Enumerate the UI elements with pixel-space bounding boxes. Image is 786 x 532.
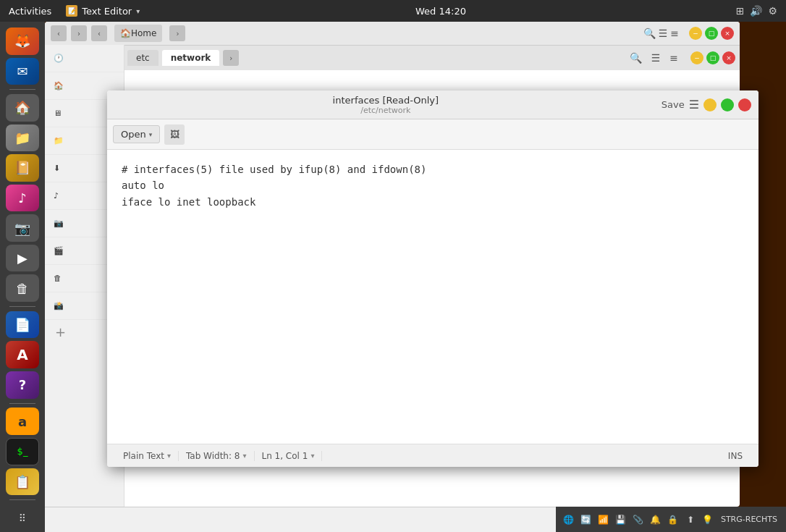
fm-close-button[interactable]: × [721, 27, 734, 40]
camera-icon: 📷 [14, 221, 30, 236]
dock-item-all-apps[interactable]: ⠿ [6, 504, 39, 532]
te-status-position[interactable]: Ln 1, Col 1 ▾ [255, 451, 323, 461]
dock-item-help[interactable]: ? [6, 371, 39, 399]
home-location-icon: 🏠 [120, 28, 131, 38]
te-position-dropdown[interactable]: ▾ [310, 452, 314, 460]
tray-wifi-icon[interactable]: 📶 [596, 512, 611, 527]
te-save-label[interactable]: Save [662, 99, 685, 110]
fm-path-next-button[interactable]: › [223, 50, 239, 66]
te-minimize-button[interactable] [703, 98, 717, 111]
help-icon: ? [19, 377, 26, 392]
fm-next-button[interactable]: › [169, 25, 185, 41]
pictures-icon: 📷 [54, 219, 64, 228]
title-dropdown-arrow[interactable]: ▾ [136, 7, 140, 15]
te-status-plain-text[interactable]: Plain Text ▾ [116, 451, 179, 461]
tray-bell-icon[interactable]: 🔔 [648, 512, 663, 527]
system-tray: 🌐 🔄 📶 💾 📎 🔔 🔒 ⬆ 💡 STRG-RECHTS [556, 507, 786, 532]
fm-location-bar[interactable]: 🏠 Home [114, 25, 162, 42]
dock-item-terminal[interactable]: $_ [6, 438, 39, 465]
te-tab-width-label: Tab Width: 8 [186, 451, 240, 461]
te-maximize-button[interactable] [721, 98, 734, 111]
fm-minimize-button[interactable]: − [689, 27, 702, 40]
tray-sync-icon[interactable]: 🔄 [579, 512, 593, 527]
te-close-button[interactable] [738, 98, 751, 111]
settings-icon[interactable]: ⚙ [768, 5, 777, 17]
video-icon: ▶ [17, 250, 28, 266]
app-title-area: 📝 Text Editor ▾ [60, 0, 145, 22]
thunderbird-icon: ✉ [17, 64, 28, 79]
te-tab-dropdown[interactable]: ▾ [242, 452, 246, 460]
dock-separator-4 [9, 499, 35, 500]
text-editor-titlebar: interfaces [Read-Only] /etc/network Save… [107, 90, 758, 119]
dock-item-notepad[interactable]: 📔 [6, 154, 39, 182]
music-icon: ♪ [18, 190, 27, 206]
fm-path-list-icon[interactable]: ☰ [651, 52, 661, 64]
fm-back-button[interactable]: ‹ [51, 25, 67, 41]
downloads-icon: ⬇ [54, 164, 60, 173]
dock-item-text-editor[interactable]: 📄 [6, 311, 39, 339]
te-image-button[interactable]: 🖼 [164, 124, 185, 145]
fm-view-list-icon[interactable]: ☰ [659, 28, 668, 39]
dock-item-appstore[interactable]: A [6, 341, 39, 368]
dock-item-music[interactable]: ♪ [6, 185, 39, 212]
text-editor-dock-icon: 📄 [14, 317, 30, 332]
fm-maximize-button[interactable]: □ [705, 27, 718, 40]
tray-lock-icon[interactable]: 🔒 [666, 512, 680, 527]
te-menu-icon[interactable]: ☰ [689, 98, 699, 111]
dock-item-files[interactable]: 📁 [6, 124, 39, 152]
dock: 🦊 ✉ 🏠 📁 📔 ♪ 📷 ▶ 🗑 📄 A ? a $_ 📋 ⠿ [0, 22, 45, 532]
dock-item-sticky[interactable]: 📋 [6, 468, 39, 496]
fm-prev-button[interactable]: ‹ [91, 25, 107, 41]
dock-item-video[interactable]: ▶ [6, 245, 39, 272]
firefox-icon: 🦊 [14, 33, 30, 48]
files-icon: 📁 [14, 130, 30, 145]
fm-menu-icon[interactable]: ≡ [670, 28, 679, 39]
dock-item-trash[interactable]: 🗑 [6, 274, 39, 302]
fm-path-maximize-button[interactable]: □ [706, 51, 719, 64]
dock-item-firefox[interactable]: 🦊 [6, 28, 39, 55]
tray-upload-icon[interactable]: ⬆ [683, 512, 698, 527]
fm-path-menu-icon[interactable]: ≡ [669, 52, 678, 64]
fm-sidebar-recent[interactable]: 🕐 [45, 45, 124, 72]
te-plain-text-dropdown[interactable]: ▾ [167, 452, 171, 460]
fm-path-close-button[interactable]: × [722, 51, 735, 64]
te-status-tab-width[interactable]: Tab Width: 8 ▾ [179, 451, 255, 461]
dock-item-camera[interactable]: 📷 [6, 214, 39, 242]
grid-icon[interactable]: ⊞ [736, 5, 745, 17]
fm-path-minimize-button[interactable]: − [690, 51, 703, 64]
te-open-button[interactable]: Open ▾ [113, 125, 160, 143]
text-editor-title-area: interfaces [Read-Only] /etc/network [114, 95, 657, 115]
tray-storage-icon[interactable]: 💾 [614, 512, 628, 527]
text-editor-toolbar: Open ▾ 🖼 [107, 119, 758, 150]
volume-icon[interactable]: 🔊 [750, 5, 762, 17]
tray-network-icon[interactable]: 🌐 [562, 512, 576, 527]
fm-path-search-icon[interactable]: 🔍 [630, 52, 642, 64]
text-editor-content[interactable]: # interfaces(5) file used by ifup(8) and… [107, 150, 758, 444]
top-bar: Activities 📝 Text Editor ▾ Wed 14:20 ⊞ 🔊… [0, 0, 786, 22]
appstore-icon: A [17, 346, 28, 363]
te-image-icon: 🖼 [170, 129, 179, 140]
dock-item-thunderbird[interactable]: ✉ [6, 58, 39, 85]
dock-separator-3 [9, 403, 35, 404]
sidebar-home-icon: 🏠 [54, 81, 64, 90]
home-icon: 🏠 [14, 100, 30, 115]
text-editor-statusbar: Plain Text ▾ Tab Width: 8 ▾ Ln 1, Col 1 … [107, 444, 758, 467]
tray-clip-icon[interactable]: 📎 [631, 512, 646, 527]
amazon-icon: a [18, 414, 27, 429]
desktop-icon: 🖥 [54, 109, 62, 118]
fm-search-icon[interactable]: 🔍 [643, 28, 656, 39]
dock-item-amazon[interactable]: a [6, 408, 39, 435]
top-bar-clock: Wed 14:20 [145, 6, 735, 17]
activities-button[interactable]: Activities [0, 0, 60, 22]
dock-separator [9, 89, 35, 90]
text-editor-title: interfaces [Read-Only] [114, 95, 657, 106]
fm-forward-button[interactable]: › [71, 25, 87, 41]
text-editor-window: interfaces [Read-Only] /etc/network Save… [107, 90, 758, 467]
fm-tab-network[interactable]: network [162, 50, 220, 66]
top-bar-right-icons: ⊞ 🔊 ⚙ [736, 5, 786, 17]
fm-tab-etc[interactable]: etc [127, 50, 159, 66]
fm-path-toolbar: ‹ › ‹ 🔖 etc network › 🔍 ☰ ≡ − □ × [45, 45, 740, 70]
terminal-icon: $_ [17, 446, 28, 457]
tray-power-icon[interactable]: 💡 [701, 512, 715, 527]
dock-item-home[interactable]: 🏠 [6, 94, 39, 122]
